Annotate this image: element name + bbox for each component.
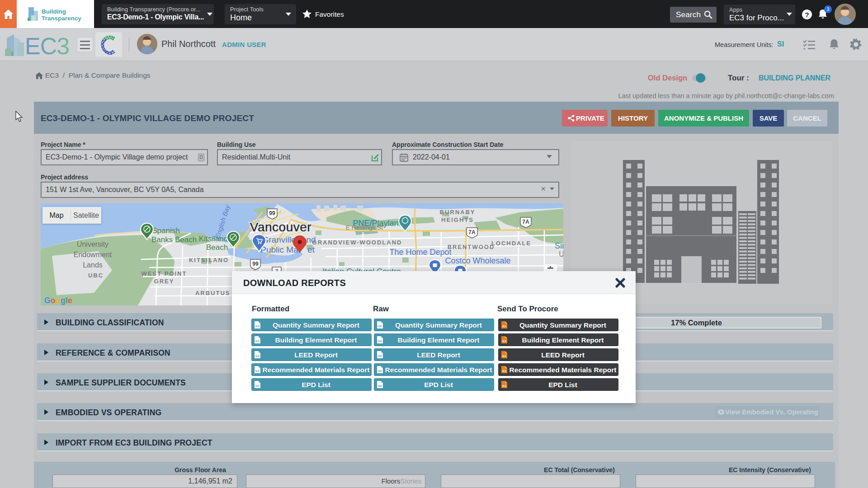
svg-text:Kitsilano: Kitsilano <box>199 235 228 243</box>
svg-text:nd: nd <box>306 235 316 244</box>
svg-text:WEST POINT: WEST POINT <box>142 270 187 277</box>
svg-text:Beach: Beach <box>206 243 228 252</box>
svg-text:G: G <box>44 296 51 305</box>
svg-text:The Home Depot: The Home Depot <box>389 248 451 257</box>
svg-text:Spanish: Spanish <box>152 226 179 235</box>
svg-text:7A: 7A <box>468 229 476 235</box>
svg-text:EC3: EC3 <box>25 33 69 58</box>
svg-text:E Hastings St: E Hastings St <box>346 224 383 231</box>
svg-text:7A: 7A <box>522 219 529 225</box>
svg-text:University: University <box>77 240 108 248</box>
svg-text:99: 99 <box>269 210 275 216</box>
svg-text:UBC: UBC <box>88 272 104 279</box>
svg-text:KITSILANO: KITSILANO <box>189 257 229 263</box>
svg-text:o: o <box>56 296 61 305</box>
svg-text:g: g <box>61 296 66 305</box>
svg-text:o: o <box>51 296 56 305</box>
svg-text:e: e <box>68 296 72 305</box>
svg-text:Banks Beach: Banks Beach <box>151 235 197 244</box>
svg-text:Building: Building <box>42 8 66 15</box>
svg-text:BRENTWOOD: BRENTWOOD <box>448 244 495 250</box>
svg-text:Costco Wholesale: Costco Wholesale <box>445 256 510 265</box>
svg-text:BURNABY: BURNABY <box>440 209 476 216</box>
svg-text:HEIGHTS: HEIGHTS <box>441 216 474 223</box>
svg-text:Lands: Lands <box>83 261 103 269</box>
svg-text:U: U <box>559 250 563 258</box>
svg-text:GREY: GREY <box>154 278 175 285</box>
svg-text:et: et <box>307 245 315 254</box>
svg-text:LOCHDALE: LOCHDALE <box>491 240 531 247</box>
svg-text:Granville: Granville <box>262 235 296 244</box>
svg-text:Transparency: Transparency <box>42 15 81 22</box>
svg-text:Vancouver: Vancouver <box>250 220 311 234</box>
svg-text:Endowment: Endowment <box>74 251 112 258</box>
svg-text:Public Ma: Public Ma <box>260 245 298 254</box>
svg-text:Sin: Sin <box>555 241 563 250</box>
svg-text:GRANDVIEW-WOODLAND: GRANDVIEW-WOODLAND <box>312 239 402 246</box>
svg-text:99: 99 <box>252 261 259 267</box>
